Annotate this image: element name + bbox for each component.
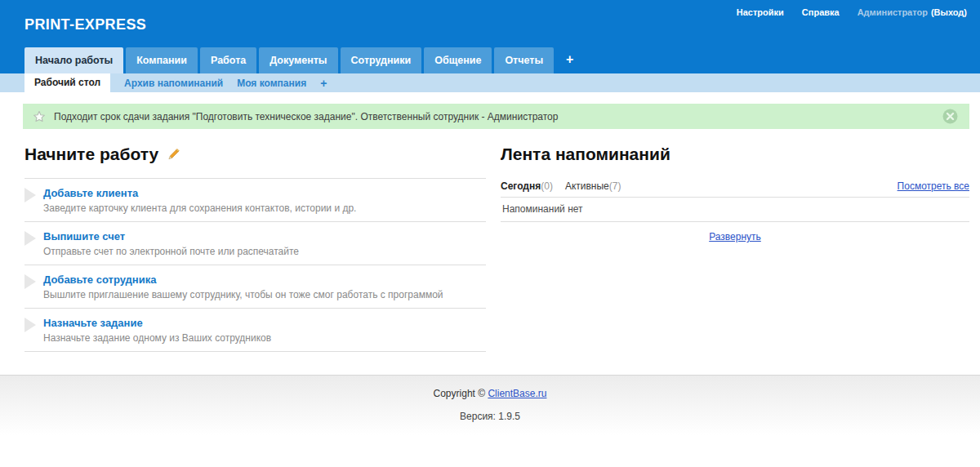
- tab-nachalo-raboty[interactable]: Начало работы: [24, 47, 123, 73]
- start-title: Начните работу: [24, 145, 486, 163]
- add-tab-button[interactable]: +: [556, 47, 583, 73]
- arrow-right-icon: [24, 188, 37, 206]
- tab-sotrudniki[interactable]: Сотрудники: [341, 47, 422, 73]
- filter-today-label: Сегодня: [501, 180, 541, 192]
- expand-link[interactable]: Развернуть: [709, 231, 761, 242]
- filter-active-count: (7): [609, 180, 621, 192]
- create-invoice-link[interactable]: Выпишите счет: [43, 230, 125, 242]
- tab-obshchenie[interactable]: Общение: [424, 47, 492, 73]
- add-client-desc: Заведите карточку клиента для сохранения…: [43, 202, 486, 214]
- tab-rabota[interactable]: Работа: [200, 47, 256, 73]
- tab-kompanii[interactable]: Компании: [126, 47, 198, 73]
- start-section: Начните работу Добавьте: [24, 145, 486, 352]
- subtab-moya-kompaniya[interactable]: Моя компания: [237, 78, 306, 89]
- app-header: PRINT-EXPRESS Настройки Справка Админист…: [0, 0, 980, 73]
- help-link[interactable]: Справка: [802, 7, 840, 17]
- tab-otchety[interactable]: Отчеты: [494, 47, 554, 73]
- arrow-right-icon: [24, 231, 37, 249]
- arrow-right-icon: [24, 318, 37, 336]
- subtab-rabochiy-stol[interactable]: Рабочий стол: [24, 73, 110, 92]
- start-item-assign-task: Назначьте задание Назначьте задание одно…: [24, 309, 486, 352]
- reminders-filters: Сегодня(0) Активные(7) Посмотреть все: [501, 180, 969, 198]
- filter-today-count: (0): [541, 180, 553, 192]
- app-logo[interactable]: PRINT-EXPRESS: [24, 16, 146, 33]
- page: PRINT-EXPRESS Настройки Справка Админист…: [0, 0, 980, 467]
- star-icon[interactable]: [33, 110, 46, 123]
- start-item-add-client: Добавьте клиента Заведите карточку клиен…: [24, 179, 486, 222]
- sub-tab-bar: Рабочий стол Архив напоминаний Моя компа…: [0, 73, 980, 92]
- settings-link[interactable]: Настройки: [737, 7, 784, 17]
- start-item-create-invoice: Выпишите счет Отправьте счет по электрон…: [24, 222, 486, 265]
- assign-task-link[interactable]: Назначьте задание: [43, 317, 143, 329]
- start-title-text: Начните работу: [24, 145, 158, 163]
- reminders-expand-row: Развернуть: [501, 229, 969, 243]
- notification-text: Подходит срок сдачи задания "Подготовить…: [54, 111, 558, 122]
- view-all-link[interactable]: Посмотреть все: [898, 180, 969, 192]
- filter-today[interactable]: Сегодня(0): [501, 180, 553, 192]
- add-employee-desc: Вышлите приглашение вашему сотруднику, ч…: [43, 289, 486, 300]
- main-tabs: Начало работы Компании Работа Документы …: [24, 47, 583, 73]
- pencil-icon[interactable]: [167, 147, 180, 161]
- reminders-section: Лента напоминаний Сегодня(0) Активные(7)…: [501, 145, 969, 352]
- main-content: Подходит срок сдачи задания "Подготовить…: [0, 92, 980, 375]
- copyright-text: Copyright ©: [434, 388, 488, 399]
- filter-active[interactable]: Активные(7): [565, 180, 621, 192]
- logout-link[interactable]: (Выход): [931, 7, 967, 17]
- reminders-title: Лента напоминаний: [501, 145, 969, 163]
- arrow-right-icon: [24, 274, 37, 292]
- close-icon[interactable]: [942, 109, 958, 124]
- notification-banner: Подходит срок сдачи задания "Подготовить…: [23, 104, 969, 129]
- start-list: Добавьте клиента Заведите карточку клиен…: [24, 178, 486, 352]
- content-columns: Начните работу Добавьте: [0, 129, 980, 375]
- subtab-arhiv-napominaniy[interactable]: Архив напоминаний: [124, 78, 223, 89]
- page-footer: Copyright © ClientBase.ru Версия: 1.9.5: [0, 375, 980, 467]
- user-name: Администратор: [858, 7, 928, 17]
- top-nav: Настройки Справка Администратор (Выход): [737, 7, 967, 17]
- start-item-add-employee: Добавьте сотрудника Вышлите приглашение …: [24, 265, 486, 309]
- assign-task-desc: Назначьте задание одному из Ваших сотруд…: [43, 332, 486, 344]
- filter-active-label: Активные: [565, 180, 609, 192]
- add-subtab-button[interactable]: +: [320, 77, 327, 90]
- user-menu: Администратор (Выход): [858, 7, 967, 17]
- reminders-empty-text: Напоминаний нет: [501, 198, 969, 222]
- tab-dokumenty[interactable]: Документы: [259, 47, 337, 73]
- copyright-line: Copyright © ClientBase.ru: [0, 388, 980, 399]
- version-text: Версия: 1.9.5: [0, 411, 980, 422]
- create-invoice-desc: Отправьте счет по электронной почте или …: [43, 246, 486, 257]
- clientbase-link[interactable]: ClientBase.ru: [488, 388, 546, 399]
- add-client-link[interactable]: Добавьте клиента: [43, 187, 138, 199]
- add-employee-link[interactable]: Добавьте сотрудника: [43, 274, 156, 286]
